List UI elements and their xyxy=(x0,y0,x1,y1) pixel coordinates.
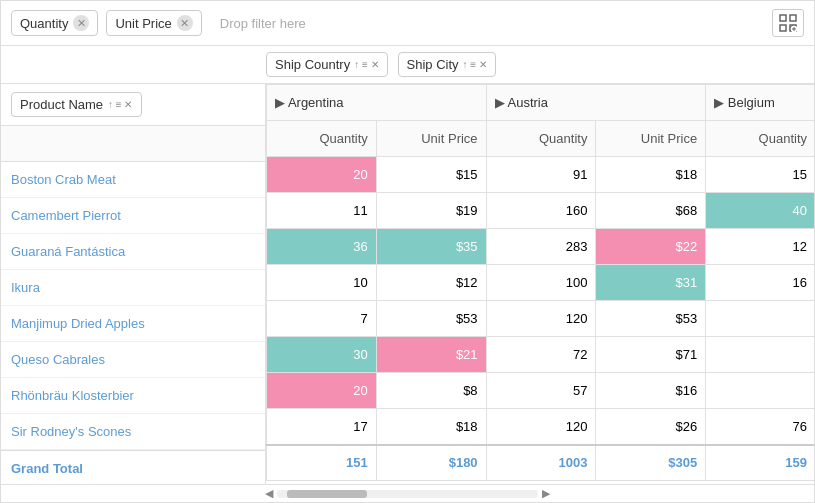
cell: 120 xyxy=(486,301,596,337)
unit-price-chip-close[interactable]: ✕ xyxy=(177,15,193,31)
grand-total-row: 151 $180 1003 $305 159 xyxy=(267,445,815,481)
cell: $19 xyxy=(376,193,486,229)
filter-bar: Quantity ✕ Unit Price ✕ Drop filter here xyxy=(1,1,814,46)
svg-rect-2 xyxy=(780,25,786,31)
list-item[interactable]: Queso Cabrales xyxy=(1,342,265,378)
cell: $71 xyxy=(596,337,706,373)
ship-city-chip[interactable]: Ship City ↑ ≡ ✕ xyxy=(398,52,496,77)
scroll-right-arrow[interactable]: ▶ xyxy=(538,487,554,500)
cell: 151 xyxy=(267,445,377,481)
cell: 91 xyxy=(486,157,596,193)
cell: $21 xyxy=(376,337,486,373)
argentina-header: ▶ Argentina xyxy=(267,85,487,121)
ship-country-sort-icons: ↑ ≡ ✕ xyxy=(354,59,378,70)
scrollbar-area: ◀ ▶ xyxy=(1,484,814,502)
product-name-chip[interactable]: Product Name ↑ ≡ ✕ xyxy=(11,92,142,117)
cell: 7 xyxy=(267,301,377,337)
table-wrapper: Product Name ↑ ≡ ✕ Boston Crab Meat Came… xyxy=(1,84,814,484)
scrollbar-thumb[interactable] xyxy=(287,490,367,498)
cell: 40 xyxy=(706,193,814,229)
cell: 15 xyxy=(706,157,814,193)
cell: 11 xyxy=(267,193,377,229)
cell xyxy=(706,337,814,373)
cell: 100 xyxy=(486,265,596,301)
cell: $26 xyxy=(596,409,706,445)
arg-qty-header: Quantity xyxy=(267,121,377,157)
table-row: 20 $15 91 $18 15 xyxy=(267,157,815,193)
cell: $18 xyxy=(596,157,706,193)
cell: 17 xyxy=(267,409,377,445)
cell: 1003 xyxy=(486,445,596,481)
table-row: 10 $12 100 $31 16 xyxy=(267,265,815,301)
list-item[interactable]: Rhönbräu Klosterbier xyxy=(1,378,265,414)
cell: $53 xyxy=(376,301,486,337)
cell: 72 xyxy=(486,337,596,373)
cell xyxy=(706,373,814,409)
cell: 120 xyxy=(486,409,596,445)
cell: 30 xyxy=(267,337,377,373)
cell: 10 xyxy=(267,265,377,301)
list-item[interactable]: Guaraná Fantástica xyxy=(1,234,265,270)
bel-qty-header: Quantity xyxy=(706,121,814,157)
cell: $305 xyxy=(596,445,706,481)
unit-price-filter-chip[interactable]: Unit Price ✕ xyxy=(106,10,201,36)
product-name-sort-icons: ↑ ≡ ✕ xyxy=(108,99,132,110)
table-row: 30 $21 72 $71 xyxy=(267,337,815,373)
product-name-label: Product Name xyxy=(20,97,103,112)
drop-filter-zone[interactable]: Drop filter here xyxy=(210,16,764,31)
ship-city-sort-icons: ↑ ≡ ✕ xyxy=(463,59,487,70)
table-row: 36 $35 283 $22 12 xyxy=(267,229,815,265)
cell: 283 xyxy=(486,229,596,265)
table-row: 11 $19 160 $68 40 xyxy=(267,193,815,229)
pivot-table-container: Quantity ✕ Unit Price ✕ Drop filter here… xyxy=(0,0,815,503)
cell: 36 xyxy=(267,229,377,265)
arg-price-header: Unit Price xyxy=(376,121,486,157)
row-filter-header: Product Name ↑ ≡ ✕ xyxy=(1,84,265,126)
cell: $35 xyxy=(376,229,486,265)
unit-price-chip-label: Unit Price xyxy=(115,16,171,31)
cell: $31 xyxy=(596,265,706,301)
cell xyxy=(706,301,814,337)
cell: $22 xyxy=(596,229,706,265)
aut-qty-header: Quantity xyxy=(486,121,596,157)
right-panel[interactable]: ▶ Argentina ▶ Austria ▶ Belgium Quantity… xyxy=(266,84,814,484)
ship-country-chip[interactable]: Ship Country ↑ ≡ ✕ xyxy=(266,52,388,77)
table-row: 20 $8 57 $16 xyxy=(267,373,815,409)
list-item[interactable]: Ikura xyxy=(1,270,265,306)
quantity-filter-chip[interactable]: Quantity ✕ xyxy=(11,10,98,36)
list-item[interactable]: Boston Crab Meat xyxy=(1,162,265,198)
col-filter-bar: Ship Country ↑ ≡ ✕ Ship City ↑ ≡ ✕ xyxy=(1,46,814,84)
drop-filter-label: Drop filter here xyxy=(220,16,306,31)
cell: $53 xyxy=(596,301,706,337)
grid-settings-icon[interactable] xyxy=(772,9,804,37)
cell: $12 xyxy=(376,265,486,301)
quantity-chip-close[interactable]: ✕ xyxy=(73,15,89,31)
cell: 20 xyxy=(267,157,377,193)
ship-country-label: Ship Country xyxy=(275,57,350,72)
cell: 160 xyxy=(486,193,596,229)
austria-header: ▶ Austria xyxy=(486,85,706,121)
scroll-left-arrow[interactable]: ◀ xyxy=(261,487,277,500)
cell: $18 xyxy=(376,409,486,445)
list-item[interactable]: Camembert Pierrot xyxy=(1,198,265,234)
cell: $8 xyxy=(376,373,486,409)
cell: 16 xyxy=(706,265,814,301)
cell: $16 xyxy=(596,373,706,409)
belgium-header: ▶ Belgium xyxy=(706,85,814,121)
list-item[interactable]: Sir Rodney's Scones xyxy=(1,414,265,450)
product-list: Boston Crab Meat Camembert Pierrot Guara… xyxy=(1,162,265,484)
cell: $180 xyxy=(376,445,486,481)
scrollbar-track[interactable] xyxy=(277,490,538,498)
list-item[interactable]: Manjimup Dried Apples xyxy=(1,306,265,342)
table-row: 17 $18 120 $26 76 xyxy=(267,409,815,445)
table-row: 7 $53 120 $53 xyxy=(267,301,815,337)
country-header-row: ▶ Argentina ▶ Austria ▶ Belgium xyxy=(267,85,815,121)
data-table: ▶ Argentina ▶ Austria ▶ Belgium Quantity… xyxy=(266,84,814,481)
aut-price-header: Unit Price xyxy=(596,121,706,157)
country-spacer xyxy=(1,126,265,162)
svg-rect-0 xyxy=(780,15,786,21)
cell: $68 xyxy=(596,193,706,229)
grand-total-label: Grand Total xyxy=(1,450,265,484)
cell: 57 xyxy=(486,373,596,409)
cell: $15 xyxy=(376,157,486,193)
